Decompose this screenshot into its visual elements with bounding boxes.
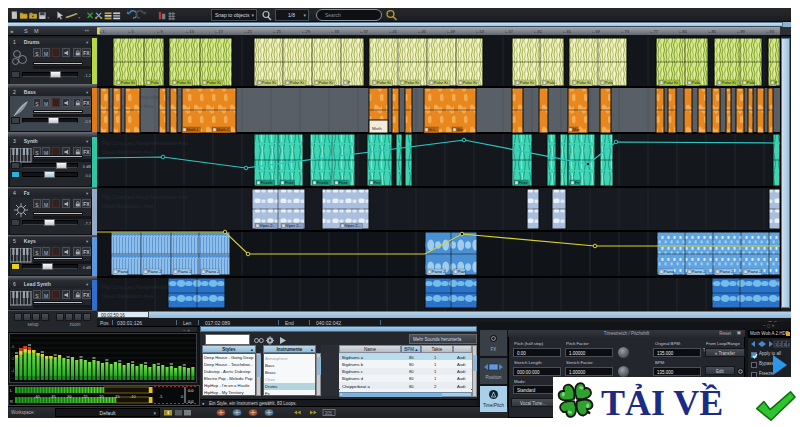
svg-text:Piano: Piano xyxy=(118,269,129,274)
svg-text:Piano 2: Piano 2 xyxy=(178,269,192,274)
svg-text:Pian: Pian xyxy=(458,269,466,274)
svg-text:Polar Ki: Polar Ki xyxy=(434,80,448,85)
svg-text:-20: -20 xyxy=(98,395,104,399)
svg-text:-4: -4 xyxy=(11,369,14,373)
svg-text:R: R xyxy=(10,399,13,404)
svg-text:-25: -25 xyxy=(82,395,88,399)
svg-text:Polar Ki: Polar Ki xyxy=(405,80,419,85)
svg-text:Polar Ki: Polar Ki xyxy=(290,80,304,85)
svg-text:Frizz: Frizz xyxy=(519,180,528,185)
svg-text:Moth C: Moth C xyxy=(217,127,230,132)
svg-text:th L: th L xyxy=(429,127,436,132)
svg-text:-5: -5 xyxy=(159,395,162,399)
svg-text:Piano 2: Piano 2 xyxy=(692,269,706,274)
svg-text:Polar Ki: Polar Ki xyxy=(577,80,591,85)
svg-text:Polar Ki: Polar Ki xyxy=(722,80,736,85)
svg-text:Pola: Pola xyxy=(605,80,614,85)
svg-text:Piano 2: Piano 2 xyxy=(748,269,762,274)
svg-text:Viper 2..: Viper 2.. xyxy=(286,223,301,228)
svg-text:Piano 2: Piano 2 xyxy=(720,269,734,274)
svg-text:Viper 2..: Viper 2.. xyxy=(260,223,275,228)
svg-text:305: 305 xyxy=(325,411,333,416)
svg-text:P: P xyxy=(348,80,351,85)
svg-text:-2: -2 xyxy=(11,357,14,361)
svg-text:Mot: Mot xyxy=(457,127,465,132)
svg-text:Mot: Mot xyxy=(573,127,581,132)
svg-text:Fri: Fri xyxy=(575,180,580,185)
svg-text:Polar Ki: Polar Ki xyxy=(463,80,477,85)
svg-text:Moth L: Moth L xyxy=(187,127,200,132)
svg-text:Piano: Piano xyxy=(664,269,675,274)
svg-text:Piano 2: Piano 2 xyxy=(206,269,220,274)
svg-text:Piano 2: Piano 2 xyxy=(432,269,446,274)
svg-text:-15: -15 xyxy=(114,395,120,399)
svg-text:Polar Ki: Polar Ki xyxy=(520,80,534,85)
svg-text:Polar Ki: Polar Ki xyxy=(177,80,191,85)
svg-text:Friz: Friz xyxy=(374,180,381,185)
svg-text:Frizz: Frizz xyxy=(339,180,348,185)
svg-text:Pola: Pola xyxy=(547,80,556,85)
svg-text:Piano 2: Piano 2 xyxy=(148,269,162,274)
svg-text:Polar Ki: Polar Ki xyxy=(207,80,221,85)
svg-text:-6: -6 xyxy=(11,345,14,349)
svg-text:0.0: 0.0 xyxy=(188,388,194,393)
svg-text:Frizzle: Frizzle xyxy=(261,180,274,185)
svg-text:0: 0 xyxy=(181,395,183,399)
svg-text:Frizzle: Frizzle xyxy=(317,180,330,185)
svg-text:-35: -35 xyxy=(50,395,56,399)
svg-text:Viper 2..: Viper 2.. xyxy=(345,223,360,228)
svg-text:Polar Ki: Polar Ki xyxy=(121,80,135,85)
svg-text:-30: -30 xyxy=(66,395,72,399)
svg-text:Pola: Pola xyxy=(151,80,160,85)
svg-text:-40: -40 xyxy=(34,395,40,399)
svg-text:Polar Ki: Polar Ki xyxy=(664,80,678,85)
svg-text:Frizz: Frizz xyxy=(285,180,294,185)
svg-text:0.0: 0.0 xyxy=(188,399,194,404)
svg-text:L: L xyxy=(10,388,13,393)
svg-text:-10: -10 xyxy=(130,395,136,399)
svg-text:Pola: Pola xyxy=(747,80,756,85)
svg-text:Pola: Pola xyxy=(692,80,701,85)
svg-text:P: P xyxy=(775,80,778,85)
svg-text:Polar Ki: Polar Ki xyxy=(262,80,276,85)
svg-text:Polar Ki: Polar Ki xyxy=(319,80,333,85)
svg-text:4: 4 xyxy=(788,342,790,347)
svg-text:Polar Ki: Polar Ki xyxy=(377,80,391,85)
svg-text:Moth: Moth xyxy=(372,126,382,131)
